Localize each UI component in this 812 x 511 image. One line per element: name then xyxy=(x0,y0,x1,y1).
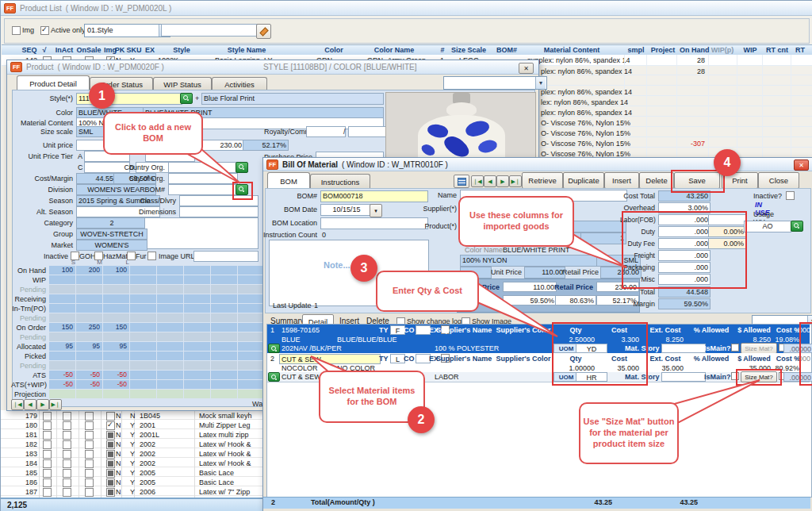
nav-last-icon[interactable]: ▶❘ xyxy=(49,399,62,410)
end-field: .00000 xyxy=(783,344,812,353)
instruction-count: 0 xyxy=(322,231,326,239)
nav-prev-icon[interactable]: ◀ xyxy=(484,175,496,187)
tab-activities[interactable]: Activities xyxy=(212,77,267,90)
col-inact[interactable]: InAct xyxy=(53,46,75,54)
search-input[interactable] xyxy=(161,24,258,36)
nav-first-icon[interactable]: ❘◀ xyxy=(11,399,24,410)
product-window-id: ( Window ID : W_PDM0020F ) xyxy=(57,63,163,71)
duty-fee-field[interactable]: .000 xyxy=(658,238,710,249)
product-title: Product xyxy=(26,63,53,71)
usage-wh-search-icon[interactable] xyxy=(791,221,803,232)
col-bom[interactable]: BOM# xyxy=(491,46,523,54)
comm-field[interactable] xyxy=(348,126,388,137)
insert-button[interactable]: Insert xyxy=(604,172,639,189)
mat-story-field[interactable] xyxy=(661,372,706,382)
col-material[interactable]: Material Content xyxy=(527,46,616,54)
add-material-icon[interactable] xyxy=(268,344,280,353)
col-onhand[interactable]: On Hand xyxy=(680,46,708,54)
retrieve-button[interactable]: Retrieve xyxy=(522,172,563,189)
city-org-field[interactable] xyxy=(168,173,238,184)
col-style-name[interactable]: Style Name xyxy=(215,46,278,54)
mat-story-field[interactable] xyxy=(661,344,706,353)
product-top-select[interactable] xyxy=(443,76,547,90)
country-search-icon[interactable] xyxy=(236,162,248,173)
tab-product-detail[interactable]: Product Detail xyxy=(17,75,90,90)
product-titlebar[interactable]: FF Product ( Window ID : W_PDM0020F ) ST… xyxy=(7,60,538,75)
nav-first-icon[interactable]: ❘◀ xyxy=(471,175,484,187)
image-url-field[interactable] xyxy=(193,251,259,262)
freight-field[interactable]: .000 xyxy=(658,250,710,261)
col-color-name[interactable]: Color Name xyxy=(366,46,423,54)
filter-select[interactable]: 01.Style xyxy=(84,24,170,37)
style-search-icon[interactable] xyxy=(180,93,193,104)
add-bom-search-icon[interactable] xyxy=(236,184,248,195)
col-rtcnt[interactable]: RT cnt xyxy=(764,46,791,54)
bom-no-field[interactable]: BOM000718 xyxy=(320,190,428,202)
cell-check[interactable] xyxy=(43,412,52,421)
product-list-titlebar[interactable]: FF Product List ( Window ID : W_PDM0020L… xyxy=(1,1,812,16)
add-material-icon[interactable] xyxy=(268,372,280,382)
tab-wip-status[interactable]: WIP Status xyxy=(153,77,212,90)
labor-field[interactable]: .000 xyxy=(658,214,710,225)
bom-number-field[interactable] xyxy=(168,184,238,195)
misc-field[interactable]: .000 xyxy=(658,274,710,285)
col-onsale[interactable]: OnSale xyxy=(75,46,102,54)
fur-checkbox[interactable] xyxy=(147,252,156,260)
nav-last-icon[interactable]: ▶❘ xyxy=(509,175,522,187)
grid-view-button[interactable] xyxy=(454,175,469,188)
tab-instructions[interactable]: Instructions xyxy=(310,174,370,189)
duty-field[interactable]: .000 xyxy=(658,226,710,237)
cell-inact[interactable] xyxy=(63,412,71,421)
img-checkbox[interactable] xyxy=(12,26,21,35)
nav-prev-icon[interactable]: ◀ xyxy=(24,399,36,410)
list-item: lex: nylon 86%, spandex 14 xyxy=(541,98,628,106)
col-size-scale[interactable]: Size Scale xyxy=(450,46,488,54)
royalty-field[interactable] xyxy=(306,126,346,137)
expand-icon[interactable]: + xyxy=(195,94,199,102)
col-wipp[interactable]: WIP(p) xyxy=(710,46,735,54)
close-button[interactable]: Close xyxy=(758,172,799,189)
col-wip[interactable]: WIP xyxy=(738,46,762,54)
grid-icon xyxy=(458,178,466,186)
col-sku[interactable]: SKU xyxy=(126,46,142,54)
class-dlvry-field[interactable] xyxy=(179,195,259,206)
ismain-checkbox[interactable] xyxy=(731,344,739,352)
col-ex[interactable]: EX xyxy=(144,46,156,54)
size-mat-button[interactable]: Size Mat? xyxy=(741,343,777,354)
col-smpl[interactable]: smpl xyxy=(626,46,646,54)
material-item-field[interactable]: CUT & SEW xyxy=(279,354,381,364)
notes-box[interactable] xyxy=(144,217,259,249)
col-pk[interactable]: PK xyxy=(113,46,126,54)
delete-button[interactable]: Delete xyxy=(639,172,674,189)
date-dropdown-icon[interactable]: ▾ xyxy=(370,204,382,217)
duplicate-button[interactable]: Duplicate xyxy=(563,172,604,189)
col-color[interactable]: Color xyxy=(310,46,358,54)
col-project[interactable]: Project xyxy=(648,46,678,54)
col-num[interactable]: # xyxy=(437,46,448,54)
list-total: 2,125 xyxy=(7,501,27,509)
cell-onsale[interactable] xyxy=(85,412,94,421)
col-check[interactable]: √ xyxy=(39,46,50,54)
active-only-checkbox[interactable] xyxy=(40,26,49,35)
packaging-field[interactable]: .000 xyxy=(658,262,710,273)
col-style[interactable]: Style xyxy=(158,46,205,54)
tab-bom[interactable]: BOM xyxy=(267,172,310,189)
clear-search-button[interactable] xyxy=(256,24,271,39)
bom-inactive-checkbox[interactable] xyxy=(786,191,795,200)
nav-next-icon[interactable]: ▶ xyxy=(496,175,509,187)
overhead-field[interactable]: 3.00% xyxy=(658,202,710,213)
usage-wh-field[interactable]: AO xyxy=(744,221,791,232)
col-rt[interactable]: RT xyxy=(792,46,808,54)
dimensions-field[interactable] xyxy=(179,206,259,217)
labor-extra-field[interactable] xyxy=(708,214,746,225)
close-icon[interactable]: ✕ xyxy=(519,63,534,74)
ismain-checkbox[interactable] xyxy=(731,372,739,380)
bom-date-field[interactable]: 10/15/15 xyxy=(320,204,373,216)
callout-sizemat-bubble: Use "Size Mat" button for the material p… xyxy=(579,402,679,464)
close-icon[interactable]: ✕ xyxy=(794,159,809,171)
nav-next-icon[interactable]: ▶ xyxy=(36,399,49,410)
save-button[interactable]: Save xyxy=(674,172,720,189)
country-org-field[interactable] xyxy=(168,162,238,173)
cell-img[interactable] xyxy=(106,412,115,421)
size-mat-button[interactable]: Size Mat? xyxy=(741,371,777,382)
